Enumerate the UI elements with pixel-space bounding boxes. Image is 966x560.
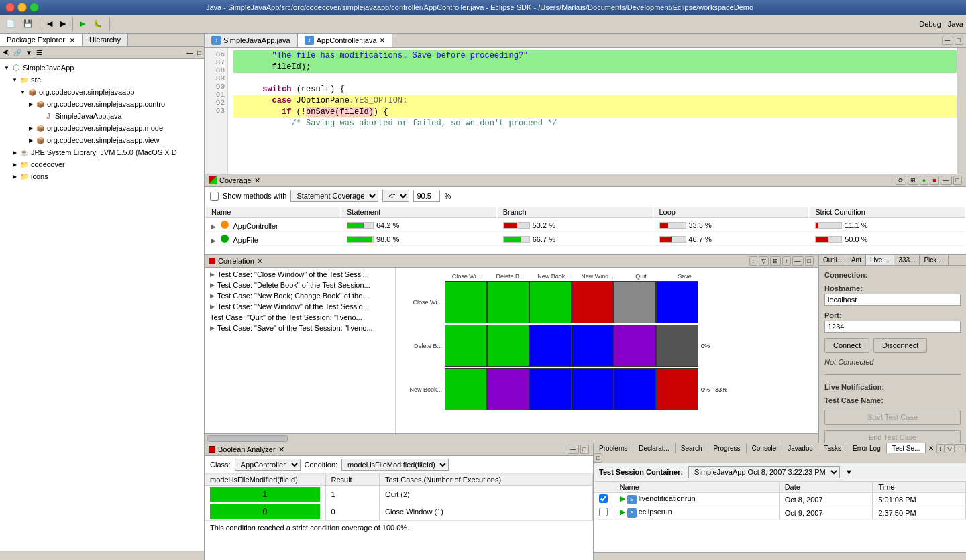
corr-item-5[interactable]: ▶ Test Case: "Save" of the Test Session:…: [205, 323, 395, 333]
matrix-cell-0-4[interactable]: [614, 281, 656, 323]
toolbar-save-btn[interactable]: 💾: [20, 17, 36, 30]
tab-declarations[interactable]: Declarat...: [633, 443, 676, 453]
coverage-type-select[interactable]: Statement Coverage: [290, 190, 378, 202]
matrix-cell-0-5[interactable]: [656, 281, 698, 323]
coverage-threshold-input[interactable]: [413, 190, 440, 202]
matrix-cell-1-3[interactable]: [572, 325, 614, 367]
tab-close-appcontroller[interactable]: ✕: [380, 37, 385, 44]
tree-item-pkg-root[interactable]: ▼ 📦 org.codecover.simplejavaapp: [0, 86, 204, 98]
start-test-case-button[interactable]: Start Test Case: [824, 410, 961, 425]
session-checkbox-0[interactable]: [599, 494, 608, 503]
corr-item-4[interactable]: Test Case: "Quit" of the Test Session: "…: [205, 312, 395, 323]
editor-minimize-btn[interactable]: —: [942, 36, 953, 45]
tab-tasks[interactable]: Tasks: [818, 443, 847, 453]
tab-package-explorer[interactable]: Package Explorer ✕: [0, 34, 83, 46]
matrix-cell-0-2[interactable]: [529, 281, 572, 323]
tree-item-src[interactable]: ▼ 📁 src: [0, 74, 204, 86]
coverage-stop-btn[interactable]: ■: [930, 176, 938, 185]
tab-pick[interactable]: Pick ...: [920, 255, 949, 265]
disconnect-button[interactable]: Disconnect: [873, 338, 927, 353]
coverage-grid-btn[interactable]: ⊞: [908, 176, 918, 185]
toolbar-fwd-btn[interactable]: ▶: [57, 17, 69, 30]
coverage-minimize-btn[interactable]: —: [941, 176, 952, 185]
tree-item-codecover[interactable]: ▶ 📁 codecover: [0, 158, 204, 170]
toolbar-maximize-btn[interactable]: □: [196, 48, 203, 57]
tree-item-icons[interactable]: ▶ 📁 icons: [0, 170, 204, 182]
tree-arrow-src[interactable]: ▼: [11, 77, 19, 83]
row-expand-arrow[interactable]: ▶: [211, 223, 216, 230]
tab-search[interactable]: Search: [676, 443, 708, 453]
output-minimize-btn[interactable]: —: [955, 444, 966, 453]
code-content[interactable]: "The file has modifications. Save before…: [228, 48, 966, 174]
window-controls[interactable]: [5, 3, 39, 12]
tab-simplejavaapp[interactable]: J SimpleJavaApp.java: [205, 34, 298, 47]
matrix-cell-0-3[interactable]: [572, 281, 614, 323]
tree-item-pkg-controller[interactable]: ▶ 📦 org.codecover.simplejavaapp.contro: [0, 98, 204, 110]
output-toolbar-btn-2[interactable]: ▽: [945, 444, 955, 453]
session-checkbox-1[interactable]: [599, 508, 608, 516]
tree-arrow-pkg-root[interactable]: ▼: [19, 89, 27, 95]
matrix-cell-1-1[interactable]: [487, 325, 529, 367]
tab-progress[interactable]: Progress: [708, 443, 747, 453]
left-panel-scrollbar[interactable]: [0, 551, 204, 560]
row-expand-arrow-2[interactable]: ▶: [211, 237, 216, 244]
tree-arrow-icons[interactable]: ▶: [11, 174, 19, 180]
matrix-cell-2-1[interactable]: [487, 368, 529, 410]
class-select[interactable]: AppController: [235, 459, 301, 471]
correlation-scrollbar[interactable]: [205, 433, 818, 443]
toolbar-file-btn[interactable]: 📄: [3, 17, 19, 30]
corr-filter-btn[interactable]: ▽: [759, 256, 769, 266]
toolbar-run-btn[interactable]: ▶: [76, 17, 89, 30]
corr-minimize-btn[interactable]: —: [792, 256, 804, 266]
matrix-cell-2-0[interactable]: [445, 368, 487, 410]
tree-item-pkg-view[interactable]: ▶ 📦 org.codecover.simplejavaapp.view: [0, 134, 204, 146]
tree-arrow-view[interactable]: ▶: [27, 137, 35, 144]
corr-item-1[interactable]: ▶ Test Case: "Delete Book" of the Test S…: [205, 280, 395, 290]
output-tab-close[interactable]: ✕: [928, 445, 934, 452]
coverage-maximize-btn[interactable]: □: [953, 176, 962, 185]
matrix-cell-2-4[interactable]: [614, 368, 656, 410]
tree-arrow-jre[interactable]: ▶: [11, 150, 19, 156]
editor-scrollbar[interactable]: [957, 48, 966, 174]
toolbar-minimize-btn[interactable]: —: [185, 48, 195, 57]
output-toolbar-btn-1[interactable]: ↕: [936, 444, 945, 453]
bool-maximize-btn[interactable]: □: [580, 445, 589, 454]
tree-item-jre[interactable]: ▶ ☕ JRE System Library [JVM 1.5.0 (MacOS…: [0, 146, 204, 158]
editor-content[interactable]: 8687888990919293 "The file has modificat…: [205, 48, 966, 174]
toolbar-link-btn[interactable]: 🔗: [12, 48, 23, 57]
corr-hscroll[interactable]: [207, 435, 288, 442]
bool-minimize-btn[interactable]: —: [568, 445, 579, 454]
toolbar-debug-btn[interactable]: 🐛: [90, 17, 106, 30]
maximize-button[interactable]: [30, 3, 39, 12]
matrix-cell-1-5[interactable]: [656, 325, 698, 367]
test-session-dropdown-btn[interactable]: ▼: [845, 468, 853, 476]
tab-testsession[interactable]: Test Se...: [887, 443, 926, 453]
tree-arrow-simpleapp[interactable]: ▼: [3, 65, 11, 71]
connect-button[interactable]: Connect: [824, 338, 869, 353]
toolbar-back-btn[interactable]: ◀: [44, 17, 56, 30]
toolbar-menu-btn[interactable]: ☰: [35, 48, 44, 57]
end-test-case-button[interactable]: End Test Case: [824, 430, 961, 443]
toolbar-filter-btn[interactable]: ▼: [24, 48, 34, 57]
matrix-cell-1-4[interactable]: [614, 325, 656, 367]
session-check-1[interactable]: [594, 506, 614, 520]
coverage-op-select[interactable]: <=: [382, 190, 409, 202]
coverage-sync-btn[interactable]: ⟳: [896, 176, 906, 185]
tab-333[interactable]: 333...: [894, 255, 920, 265]
corr-sort-btn[interactable]: ↕: [749, 256, 758, 266]
port-input[interactable]: [824, 321, 961, 333]
tab-ant[interactable]: Ant: [847, 255, 866, 265]
matrix-cell-0-1[interactable]: [487, 281, 529, 323]
corr-item-3[interactable]: ▶ Test Case: "New Window" of the Test Se…: [205, 301, 395, 312]
minimize-button[interactable]: [17, 3, 27, 12]
editor-maximize-btn[interactable]: □: [955, 36, 963, 45]
matrix-cell-0-0[interactable]: [445, 281, 487, 323]
tab-console[interactable]: Console: [747, 443, 783, 453]
session-check-0[interactable]: [594, 493, 614, 506]
tree-item-simpleapp[interactable]: ▼ ⬡ SimpleJavaApp: [0, 62, 204, 74]
output-scrollbar[interactable]: [594, 552, 966, 560]
tree-arrow-model[interactable]: ▶: [27, 125, 35, 131]
matrix-cell-2-3[interactable]: [572, 368, 614, 410]
corr-item-2[interactable]: ▶ Test Case: "New Book; Change Book" of …: [205, 290, 395, 301]
tree-arrow-controller[interactable]: ▶: [27, 101, 35, 107]
